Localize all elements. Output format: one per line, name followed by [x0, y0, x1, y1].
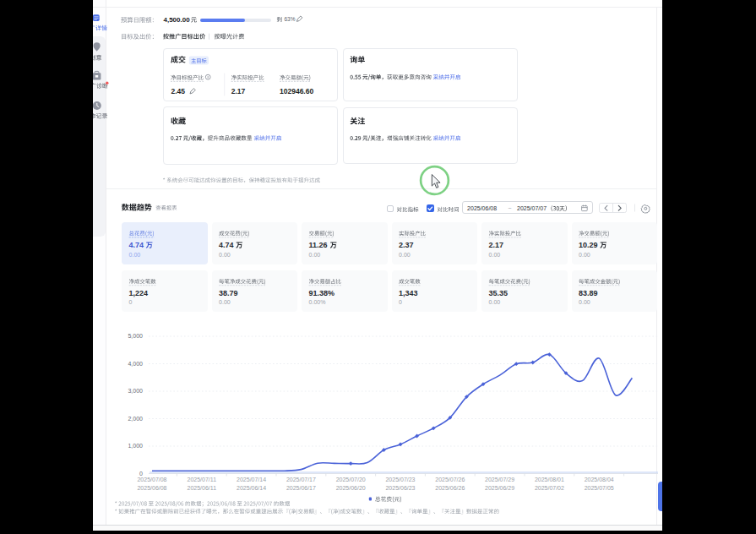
- svg-text:2025/06/14: 2025/06/14: [237, 485, 266, 491]
- svg-text:38.79: 38.79: [219, 289, 238, 297]
- svg-text:2025/07/08: 2025/07/08: [137, 477, 166, 482]
- svg-text:0.00: 0.00: [219, 252, 231, 258]
- svg-text:4,000: 4,000: [128, 361, 143, 367]
- svg-text:0: 0: [399, 299, 402, 305]
- svg-text:2025/07/26: 2025/07/26: [435, 477, 465, 482]
- svg-text:35.35: 35.35: [489, 289, 509, 297]
- svg-text:2.45: 2.45: [171, 87, 186, 95]
- svg-text:4.74: 4.74: [219, 241, 234, 249]
- svg-text:2025/07/02: 2025/07/02: [535, 485, 564, 491]
- svg-text:2.17: 2.17: [489, 241, 504, 249]
- svg-text:2025/08/04: 2025/08/04: [585, 477, 614, 482]
- svg-text:2025/06/20: 2025/06/20: [336, 485, 366, 491]
- svg-text:102946.60: 102946.60: [280, 87, 313, 95]
- svg-text:0.00: 0.00: [579, 299, 590, 305]
- svg-text:~: ~: [509, 205, 512, 211]
- svg-text:2025/06/29: 2025/06/29: [485, 485, 514, 491]
- svg-text:0: 0: [139, 471, 143, 477]
- svg-text:2025/07/11: 2025/07/11: [188, 477, 217, 482]
- svg-text:2025/07/29: 2025/07/29: [485, 477, 514, 482]
- svg-text:83.89: 83.89: [579, 289, 598, 297]
- svg-text:2,000: 2,000: [128, 416, 143, 422]
- svg-text:0.00: 0.00: [489, 252, 501, 258]
- svg-text:4,500.00: 4,500.00: [164, 16, 191, 24]
- svg-text:2.37: 2.37: [399, 241, 414, 249]
- svg-text:0.00: 0.00: [399, 252, 411, 258]
- svg-text:0.00: 0.00: [309, 252, 321, 258]
- svg-text:0.00%: 0.00%: [309, 299, 326, 305]
- svg-text:1,224: 1,224: [129, 289, 149, 297]
- svg-text:2025/08/01: 2025/08/01: [535, 477, 564, 482]
- svg-text:5,000: 5,000: [128, 333, 143, 339]
- svg-text:2025/06/17: 2025/06/17: [286, 485, 316, 491]
- svg-text:2025/06/23: 2025/06/23: [385, 485, 415, 491]
- svg-text:2.17: 2.17: [231, 87, 246, 95]
- svg-text:0.00: 0.00: [219, 299, 231, 305]
- svg-text:2025/07/17: 2025/07/17: [286, 477, 316, 482]
- svg-text:1,343: 1,343: [399, 289, 418, 297]
- svg-text:2025/07/23: 2025/07/23: [385, 477, 415, 482]
- svg-text:3,000: 3,000: [128, 388, 143, 394]
- svg-text:0.00: 0.00: [579, 252, 590, 258]
- svg-text:0: 0: [129, 299, 133, 305]
- svg-text:2025/07/20: 2025/07/20: [336, 477, 366, 482]
- svg-text:2025/07/07: 2025/07/07: [517, 205, 547, 211]
- svg-text:11.26: 11.26: [309, 241, 328, 249]
- svg-text:0.00: 0.00: [489, 299, 501, 305]
- svg-text:1,000: 1,000: [128, 443, 143, 449]
- svg-text:10.29: 10.29: [579, 241, 598, 249]
- svg-text:63%: 63%: [285, 16, 296, 22]
- svg-text:91.38%: 91.38%: [309, 289, 335, 297]
- svg-text:2025/06/11: 2025/06/11: [188, 485, 217, 491]
- svg-text:0.00: 0.00: [129, 252, 141, 258]
- svg-text:4.74: 4.74: [129, 241, 144, 249]
- svg-text:2025/06/08: 2025/06/08: [467, 205, 497, 211]
- svg-text:2025/06/26: 2025/06/26: [435, 485, 465, 491]
- svg-text:2025/07/14: 2025/07/14: [237, 477, 266, 482]
- svg-text:2025/07/05: 2025/07/05: [585, 485, 614, 491]
- svg-text:2025/06/08: 2025/06/08: [137, 485, 166, 491]
